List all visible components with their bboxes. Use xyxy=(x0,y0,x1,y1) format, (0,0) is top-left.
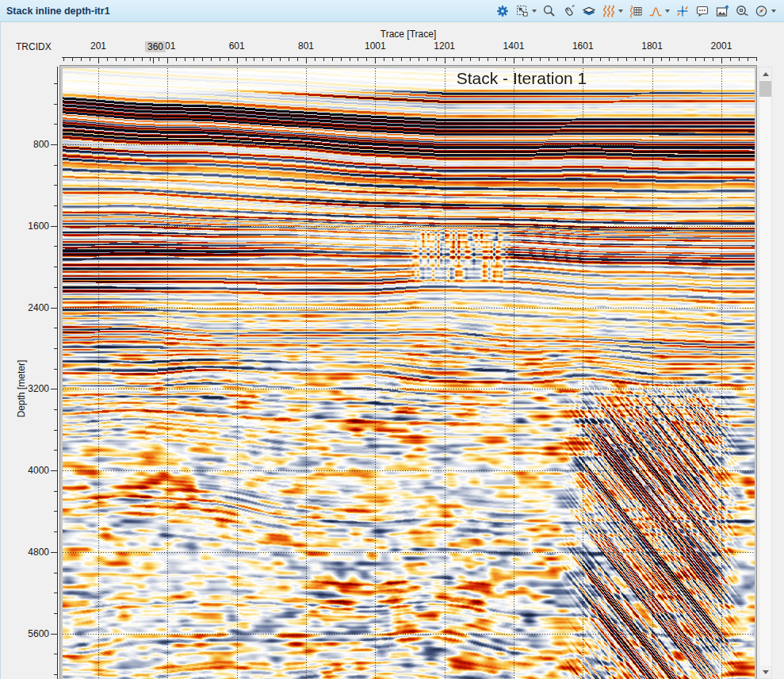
top-axis-minor-tick xyxy=(505,58,506,61)
scrollbar-thumb[interactable] xyxy=(759,81,771,97)
top-axis-tick-label: 1801 xyxy=(641,40,663,52)
top-axis-tick-label: 1001 xyxy=(365,40,386,52)
top-axis-minor-tick xyxy=(142,58,143,61)
left-axis-minor-tick xyxy=(54,593,57,593)
left-axis-minor-tick xyxy=(54,430,57,431)
top-axis-minor-tick xyxy=(193,58,194,61)
top-axis-tick-label: 201 xyxy=(90,40,106,52)
tape-measure-icon[interactable] xyxy=(735,3,749,19)
left-axis-minor-tick xyxy=(54,104,57,105)
layers-icon[interactable] xyxy=(582,3,596,19)
dropdown-chevron-icon[interactable] xyxy=(771,10,776,13)
top-axis-minor-tick xyxy=(419,58,419,61)
mouse-pointer-icon[interactable] xyxy=(562,3,576,19)
top-axis-minor-tick xyxy=(618,58,618,61)
left-axis-minor-tick xyxy=(54,450,57,451)
left-axis-minor-tick xyxy=(54,674,57,675)
left-axis-minor-tick xyxy=(54,348,57,349)
left-axis-tick-label: 5600 xyxy=(13,628,49,639)
top-axis-minor-tick xyxy=(384,58,384,61)
dropdown-chevron-icon[interactable] xyxy=(618,10,623,13)
top-axis-minor-tick xyxy=(280,58,281,61)
top-axis-major-tick xyxy=(583,58,583,63)
top-axis-tick-label: 1201 xyxy=(434,40,455,52)
amplitude-curve-icon[interactable] xyxy=(648,3,670,19)
top-axis-minor-tick xyxy=(531,58,532,61)
compass-icon[interactable] xyxy=(755,3,776,19)
top-axis-minor-tick xyxy=(704,58,705,61)
top-axis-minor-tick xyxy=(107,58,108,61)
left-axis-tick-label: 2400 xyxy=(13,302,49,313)
top-axis-minor-tick xyxy=(739,58,740,61)
dropdown-chevron-icon[interactable] xyxy=(532,10,537,13)
top-axis-major-tick xyxy=(306,58,307,63)
panel-header: Stack inline depth-itr1 xyxy=(0,0,784,22)
top-axis-minor-tick xyxy=(600,58,601,61)
dropdown-chevron-icon[interactable] xyxy=(665,10,670,13)
top-axis-major-tick xyxy=(514,58,514,63)
top-axis-minor-tick xyxy=(401,58,402,61)
top-axis-minor-tick xyxy=(262,58,263,61)
top-axis-minor-tick xyxy=(90,58,90,61)
top-axis-minor-tick xyxy=(315,58,316,61)
top-axis-minor-tick xyxy=(124,58,125,61)
top-axis-minor-tick xyxy=(392,58,393,61)
left-axis-minor-tick xyxy=(54,124,57,125)
scroll-down-button[interactable] xyxy=(759,666,771,678)
export-image-icon[interactable] xyxy=(715,3,729,19)
left-axis-minor-tick xyxy=(54,654,57,654)
plot-title: Stack - Iteration 1 xyxy=(457,69,587,88)
top-axis-tick-label: 601 xyxy=(229,40,245,52)
settings-gear-icon[interactable] xyxy=(495,3,510,19)
zoom-magnifier-icon[interactable] xyxy=(542,3,556,19)
left-axis-major-tick xyxy=(51,308,57,309)
top-axis-minor-tick xyxy=(686,58,687,61)
top-axis-minor-tick xyxy=(496,58,497,61)
top-axis-tick-label: 1601 xyxy=(572,40,594,52)
fit-selection-icon[interactable] xyxy=(515,3,537,19)
top-axis-minor-tick xyxy=(730,58,731,61)
top-axis-minor-tick xyxy=(453,58,454,61)
wiggle-traces-icon[interactable] xyxy=(602,3,623,19)
crosshair-tracking-icon[interactable] xyxy=(675,3,690,19)
top-axis-minor-tick xyxy=(427,58,428,61)
top-axis-minor-tick xyxy=(350,58,350,61)
left-axis-tick-label: 4000 xyxy=(13,465,49,476)
left-axis-major-tick xyxy=(51,389,57,389)
top-axis-tick-label: 1401 xyxy=(503,40,525,52)
top-axis-minor-tick xyxy=(358,58,358,61)
top-axis-minor-tick xyxy=(609,58,610,61)
window-title: Stack inline depth-itr1 xyxy=(6,6,110,17)
left-axis-major-tick xyxy=(51,634,57,635)
top-axis-major-tick xyxy=(167,58,168,63)
top-axis-minor-tick xyxy=(410,58,411,61)
top-axis-minor-tick xyxy=(549,58,549,61)
top-axis-minor-tick xyxy=(678,58,679,61)
top-axis-minor-tick xyxy=(72,58,73,61)
top-axis-minor-tick xyxy=(220,58,220,61)
left-axis-tick-label: 3200 xyxy=(13,383,49,394)
left-axis-minor-tick xyxy=(54,185,57,186)
top-axis-minor-tick xyxy=(159,58,159,61)
seismic-image[interactable] xyxy=(63,68,755,679)
scroll-up-button[interactable] xyxy=(759,67,771,80)
top-axis-minor-tick xyxy=(488,58,488,61)
left-axis-minor-tick xyxy=(54,287,57,288)
top-axis-major-tick xyxy=(721,58,722,63)
top-axis-minor-tick xyxy=(185,58,185,61)
toolbar xyxy=(495,0,776,21)
top-axis-minor-tick xyxy=(271,58,272,61)
vertical-scrollbar[interactable] xyxy=(759,67,772,679)
top-axis-minor-tick xyxy=(211,58,212,61)
comment-icon[interactable] xyxy=(695,3,709,19)
top-axis-major-tick xyxy=(98,58,99,63)
top-axis-minor-tick xyxy=(626,58,627,61)
left-axis-minor-tick xyxy=(54,369,57,370)
top-axis-minor-tick xyxy=(63,58,64,61)
top-axis-minor-tick xyxy=(254,58,254,61)
trace-table-icon[interactable] xyxy=(629,3,643,19)
left-axis-minor-tick xyxy=(54,491,57,492)
left-axis-minor-tick xyxy=(54,511,57,512)
left-axis-minor-tick xyxy=(54,531,57,532)
left-axis-line xyxy=(57,67,58,679)
